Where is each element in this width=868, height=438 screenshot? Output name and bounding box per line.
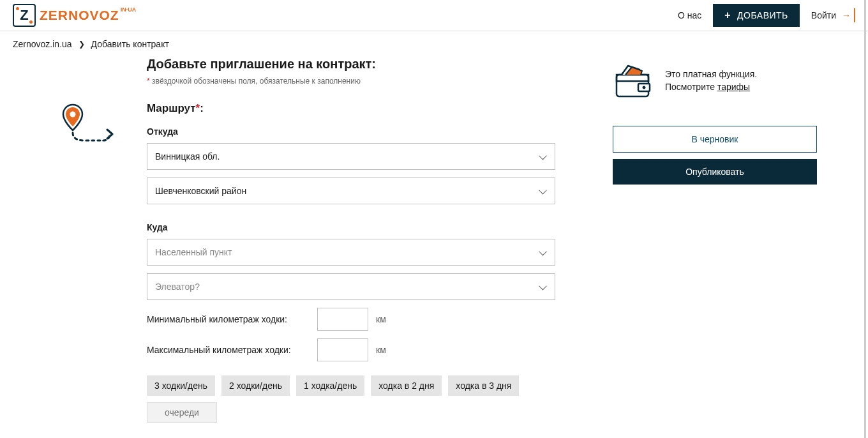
tariffs-link[interactable]: тарифы [717,82,750,92]
min-km-label: Минимальный километраж ходки: [147,314,310,324]
add-button-label: ДОБАВИТЬ [737,10,788,20]
login-label: Войти [811,10,836,20]
chevron-right-icon: ❯ [79,40,85,49]
header: Z ZERNOVOZ IN·UA О нас + ДОБАВИТЬ Войти … [0,0,868,31]
required-note-text: звёздочкой обозначены поля, обязательные… [152,77,361,86]
paid-text: Это платная функция. Посмотрите тарифы [665,68,757,93]
route-pin-icon [59,102,114,146]
required-note: * звёздочкой обозначены поля, обязательн… [147,77,587,86]
publish-button[interactable]: Опубликовать [613,159,817,185]
min-km-row: Минимальный километраж ходки: км [147,308,555,331]
plus-icon: + [724,10,731,20]
chip-custom-input[interactable] [147,402,217,423]
svg-point-4 [643,86,646,89]
chip-1-per-2days[interactable]: ходка в 2 дня [371,375,442,396]
max-km-row: Максимальный километраж ходки: км [147,338,555,361]
chip-2-per-day[interactable]: 2 ходки/день [221,375,290,396]
breadcrumb: Zernovoz.in.ua ❯ Добавить контракт [0,31,868,57]
frequency-chips: 3 ходки/день 2 ходки/день 1 ходка/день х… [147,375,555,423]
route-title: Маршрут*: [147,102,555,115]
to-city-select[interactable]: Населенный пункт [147,239,555,266]
logo-mark-icon: Z [13,4,36,27]
scrollbar[interactable] [864,0,866,438]
login-arrow-icon: → [840,8,855,22]
km-unit: км [376,345,386,355]
about-link[interactable]: О нас [678,10,701,20]
wallet-icon [613,62,654,100]
page-title: Добавьте приглашение на контракт: [147,57,587,72]
paid-line2: Посмотрите тарифы [665,81,757,94]
chip-1-per-3days[interactable]: ходка в 3 дня [448,375,519,396]
route-icon-wrap [13,102,131,423]
route-title-text: Маршрут [147,102,196,114]
chip-1-per-day[interactable]: 1 ходка/день [296,375,364,396]
max-km-label: Максимальный километраж ходки: [147,345,310,355]
svg-point-0 [70,112,76,117]
route-body: Маршрут*: Откуда Винницкая обл. Шевченко… [147,102,555,423]
from-district-select[interactable]: Шевченковский район [147,177,555,204]
main-column: Добавьте приглашение на контракт: * звёз… [13,57,587,423]
max-km-input[interactable] [317,338,368,361]
asterisk-icon: * [147,77,150,86]
logo[interactable]: Z ZERNOVOZ IN·UA [13,4,136,27]
paid-line1: Это платная функция. [665,68,757,81]
breadcrumb-home[interactable]: Zernovoz.in.ua [13,39,72,49]
route-section: Маршрут*: Откуда Винницкая обл. Шевченко… [13,102,587,423]
paid-line2-prefix: Посмотрите [665,82,717,92]
km-unit: км [376,314,386,324]
draft-button[interactable]: В черновик [613,126,817,153]
page: Добавьте приглашение на контракт: * звёз… [0,57,868,438]
chip-3-per-day[interactable]: 3 ходки/день [147,375,215,396]
breadcrumb-current: Добавить контракт [91,39,169,49]
min-km-input[interactable] [317,308,368,331]
asterisk-icon: * [196,102,200,114]
header-right: О нас + ДОБАВИТЬ Войти → [678,4,855,27]
side-column: Это платная функция. Посмотрите тарифы В… [613,57,817,423]
add-button[interactable]: + ДОБАВИТЬ [713,4,800,27]
from-region-select[interactable]: Винницкая обл. [147,143,555,170]
to-elevator-select[interactable]: Элеватор? [147,273,555,300]
from-label: Откуда [147,126,555,137]
to-label: Куда [147,222,555,232]
login-link[interactable]: Войти → [811,8,855,22]
paid-feature-box: Это платная функция. Посмотрите тарифы [613,62,817,100]
logo-brand: ZERNOVOZ [40,8,119,23]
logo-suffix: IN·UA [121,6,137,13]
